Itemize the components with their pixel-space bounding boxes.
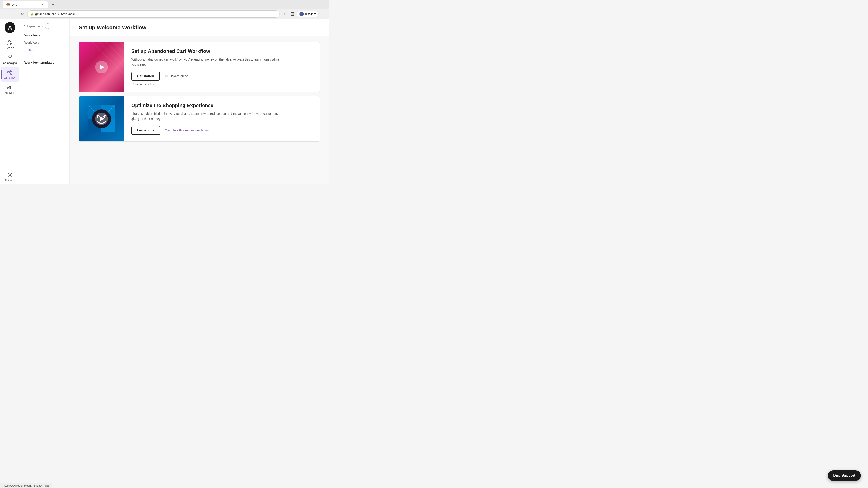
analytics-label: Analytics: [4, 91, 15, 94]
address-bar[interactable]: 🔒 getdrip.com/7641396/playbook: [27, 10, 280, 18]
svg-point-2: [10, 29, 11, 29]
nav-item-settings[interactable]: Settings: [1, 169, 19, 184]
profile-icon: 👤: [299, 12, 304, 16]
workflows-icon: [7, 69, 13, 75]
campaigns-icon: [7, 54, 13, 61]
svg-point-1: [8, 29, 9, 29]
collapse-icon: ←: [45, 24, 51, 29]
play-button-2[interactable]: [95, 112, 108, 125]
abandoned-cart-thumbnail: [79, 42, 124, 92]
new-tab-button[interactable]: +: [50, 1, 56, 8]
icon-rail: People Campaigns: [0, 19, 20, 184]
svg-rect-7: [10, 70, 12, 72]
workflows-section-title: Workflows: [20, 32, 69, 39]
profile-button[interactable]: 👤 Incognito: [297, 11, 319, 18]
sidebar-item-workflows[interactable]: Workflows: [20, 39, 69, 46]
time-estimate: 15 minutes or less: [131, 83, 313, 86]
nav-item-people[interactable]: People: [1, 37, 19, 52]
svg-rect-9: [8, 88, 9, 89]
campaigns-label: Campaigns: [3, 61, 17, 65]
shopping-experience-title: Optimize the Shopping Experience: [131, 103, 313, 108]
nav-item-analytics[interactable]: Analytics: [1, 82, 19, 97]
people-label: People: [6, 46, 14, 50]
shopping-experience-card: Optimize the Shopping Experience There i…: [79, 96, 320, 142]
collapse-menu-button[interactable]: Collapse menu ←: [24, 24, 51, 29]
browser-titlebar: 😊 Drip × +: [0, 0, 329, 9]
app-logo[interactable]: [4, 22, 16, 33]
svg-point-12: [9, 174, 11, 176]
abandoned-cart-description: Without an abandoned cart workflow, you'…: [131, 57, 285, 67]
browser-toolbar: ← → ↻ 🔒 getdrip.com/7641396/playbook ☆ 🔲…: [0, 9, 329, 19]
extension-button[interactable]: 🔲: [289, 11, 296, 17]
people-icon: [7, 39, 13, 46]
workflow-templates-title: Workflow templates: [20, 59, 69, 66]
book-icon: 📖: [164, 74, 168, 78]
svg-point-0: [9, 26, 11, 28]
tab-title: Drip: [12, 3, 39, 6]
learn-more-button[interactable]: Learn more: [131, 126, 160, 135]
settings-label: Settings: [5, 179, 15, 182]
secondary-sidebar: Collapse menu ← Workflows Workflows Rule…: [20, 19, 70, 184]
app-layout: People Campaigns: [0, 19, 329, 184]
shopping-experience-description: There is hidden friction in every purcha…: [131, 111, 285, 121]
how-to-guide-label: How-to guide: [169, 74, 188, 78]
complete-recommendation-button[interactable]: Complete this recommendation: [165, 129, 209, 132]
thumbnail-pattern: [79, 42, 124, 92]
tab-close-btn[interactable]: ×: [41, 3, 44, 6]
nav-item-campaigns[interactable]: Campaigns: [1, 52, 19, 67]
nav-item-workflows[interactable]: Workflows: [1, 67, 19, 82]
collapse-menu-label: Collapse menu: [24, 25, 43, 28]
analytics-icon: [7, 84, 13, 90]
svg-rect-11: [11, 85, 12, 89]
shopping-experience-body: Optimize the Shopping Experience There i…: [124, 96, 320, 141]
star-button[interactable]: ☆: [281, 11, 288, 17]
sidebar-divider: [24, 56, 65, 56]
svg-rect-6: [8, 71, 9, 73]
page-header: Set up Welcome Workflow: [70, 19, 329, 36]
page-title: Set up Welcome Workflow: [79, 24, 320, 31]
main-content: Set up Welcome Workflow Set up Abandoned…: [70, 19, 329, 184]
abandoned-cart-actions: Get started 📖 How-to guide: [131, 72, 313, 80]
content-area: Set up Abandoned Cart Workflow Without a…: [70, 36, 329, 147]
logo-circle: [4, 22, 16, 33]
tab-favicon: 😊: [6, 3, 10, 6]
sidebar-header: Collapse menu ←: [20, 23, 69, 32]
play-triangle-icon-2: [100, 116, 104, 122]
svg-rect-8: [10, 73, 12, 74]
profile-label: Incognito: [305, 12, 316, 15]
sidebar-item-rules[interactable]: Rules: [20, 46, 69, 53]
workflows-label: Workflows: [4, 76, 16, 79]
get-started-button[interactable]: Get started: [131, 72, 160, 80]
forward-button[interactable]: →: [11, 11, 17, 17]
abandoned-cart-card: Set up Abandoned Cart Workflow Without a…: [79, 42, 320, 92]
menu-button[interactable]: ⋮: [320, 11, 327, 17]
shopping-experience-thumbnail: [79, 96, 124, 141]
abandoned-cart-title: Set up Abandoned Cart Workflow: [131, 48, 313, 54]
svg-rect-10: [9, 86, 10, 89]
shopping-experience-actions: Learn more Complete this recommendation: [131, 126, 313, 135]
refresh-button[interactable]: ↻: [19, 11, 25, 17]
settings-icon: [7, 172, 13, 178]
browser-actions: ☆ 🔲 👤 Incognito ⋮: [281, 11, 327, 18]
svg-point-4: [10, 41, 12, 42]
how-to-guide-link[interactable]: 📖 How-to guide: [164, 74, 188, 78]
back-button[interactable]: ←: [3, 11, 9, 17]
abandoned-cart-body: Set up Abandoned Cart Workflow Without a…: [124, 42, 320, 92]
browser-tab[interactable]: 😊 Drip ×: [3, 1, 48, 8]
browser-chrome: 😊 Drip × + ← → ↻ 🔒 getdrip.com/7641396/p…: [0, 0, 329, 19]
active-indicator: [1, 70, 2, 79]
url-text: getdrip.com/7641396/playbook: [35, 12, 75, 15]
svg-point-3: [8, 40, 10, 42]
lock-icon: 🔒: [30, 12, 33, 15]
